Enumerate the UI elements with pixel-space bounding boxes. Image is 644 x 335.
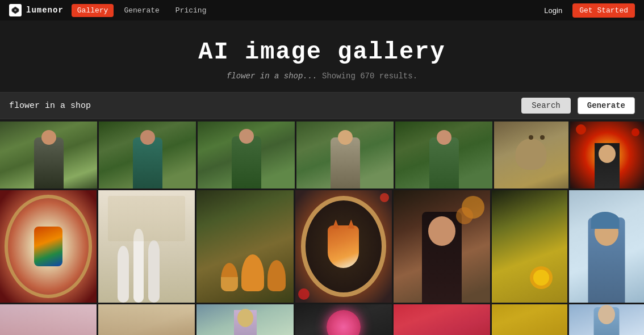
- generate-button[interactable]: Generate: [578, 97, 635, 114]
- nav-generate[interactable]: Generate: [118, 3, 165, 18]
- gallery-row-1: [0, 122, 644, 189]
- gallery-image-4[interactable]: [296, 122, 394, 189]
- hero-subtitle: flower in a shop... Showing 670 results.: [9, 72, 635, 81]
- hero-title: AI image gallery: [9, 39, 635, 66]
- hero-result-text: Showing 670 results.: [322, 72, 417, 81]
- gallery-image-18[interactable]: [295, 304, 392, 335]
- gallery-row-3: [0, 304, 644, 335]
- get-started-button[interactable]: Get Started: [572, 3, 635, 18]
- search-button[interactable]: Search: [521, 98, 570, 114]
- gallery-image-20[interactable]: [492, 304, 567, 335]
- gallery-image-11[interactable]: [295, 190, 392, 303]
- gallery-image-3[interactable]: [198, 122, 295, 189]
- gallery-image-13[interactable]: [492, 190, 567, 303]
- hero-query: flower in a shop...: [227, 72, 317, 81]
- brand-name: lumenor: [26, 6, 64, 15]
- gallery-image-14[interactable]: [569, 190, 644, 303]
- logo-icon: [9, 4, 22, 16]
- image-gallery: [0, 119, 644, 335]
- gallery-image-2[interactable]: [99, 122, 196, 189]
- gallery-image-19[interactable]: [394, 304, 490, 335]
- gallery-image-15[interactable]: [0, 304, 97, 335]
- svg-point-1: [14, 9, 16, 11]
- gallery-image-12[interactable]: [394, 190, 490, 303]
- gallery-image-1[interactable]: [0, 122, 97, 189]
- search-input[interactable]: [9, 101, 515, 111]
- gallery-image-10[interactable]: [196, 190, 293, 303]
- nav-gallery[interactable]: Gallery: [72, 4, 114, 17]
- gallery-image-21[interactable]: [569, 304, 644, 335]
- gallery-image-5[interactable]: [395, 122, 492, 189]
- navbar: lumenor Gallery Generate Pricing Login G…: [0, 0, 644, 20]
- gallery-image-17[interactable]: [196, 304, 293, 335]
- nav-pricing[interactable]: Pricing: [170, 3, 212, 18]
- search-bar: Search Generate: [0, 92, 644, 119]
- gallery-row-2: [0, 190, 644, 303]
- gallery-image-6[interactable]: [494, 122, 568, 189]
- gallery-image-16[interactable]: [98, 304, 195, 335]
- hero-section: AI image gallery flower in a shop... Sho…: [0, 20, 644, 92]
- gallery-image-8[interactable]: [0, 190, 97, 303]
- gallery-image-7[interactable]: [570, 122, 644, 189]
- login-button[interactable]: Login: [538, 4, 568, 17]
- gallery-image-9[interactable]: [98, 190, 195, 303]
